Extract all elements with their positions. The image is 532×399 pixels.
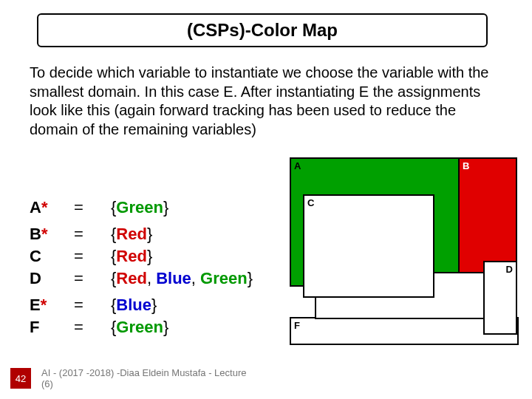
eq: = xyxy=(74,198,111,217)
table-row: A* = {Green} xyxy=(30,198,253,220)
domain-A: {Green} xyxy=(111,198,168,217)
domain-C: {Red} xyxy=(111,247,152,266)
eq: = xyxy=(74,225,111,244)
eq: = xyxy=(74,247,111,266)
color-map-diagram: F A B E D C xyxy=(290,157,519,346)
var-B: B* xyxy=(30,225,74,244)
slide-footer: 42 AI - (2017 -2018) -Diaa Eldein Mustaf… xyxy=(10,367,248,390)
slide-title: (CSPs)-Color Map xyxy=(37,13,488,47)
eq: = xyxy=(74,318,111,337)
slide-number: 42 xyxy=(10,368,31,389)
table-row: E* = {Blue} xyxy=(30,296,253,318)
table-row: C = {Red} xyxy=(30,247,253,269)
table-row: B* = {Red} xyxy=(30,225,253,247)
var-F: F xyxy=(30,318,74,337)
var-C: C xyxy=(30,247,74,266)
domain-E: {Blue} xyxy=(111,296,157,315)
domain-F: {Green} xyxy=(111,318,168,337)
body-paragraph: To decide which variable to instantiate … xyxy=(30,64,502,139)
domain-D: {Red, Blue, Green} xyxy=(111,269,253,288)
domain-B: {Red} xyxy=(111,225,152,244)
table-row: D = {Red, Blue, Green} xyxy=(30,269,253,291)
table-row: F = {Green} xyxy=(30,318,253,340)
paragraph-text: To decide which variable to instantiate … xyxy=(30,64,488,137)
region-C: C xyxy=(303,194,434,298)
title-text: (CSPs)-Color Map xyxy=(187,20,338,41)
var-E: E* xyxy=(30,296,74,315)
eq: = xyxy=(74,296,111,315)
var-A: A* xyxy=(30,198,74,217)
var-D: D xyxy=(30,269,74,288)
footer-text: AI - (2017 -2018) -Diaa Eldein Mustafa -… xyxy=(41,367,248,390)
region-D: D xyxy=(483,261,517,335)
assignments-table: A* = {Green} B* = {Red} C = {Red} D = {R… xyxy=(30,198,253,340)
eq: = xyxy=(74,269,111,288)
